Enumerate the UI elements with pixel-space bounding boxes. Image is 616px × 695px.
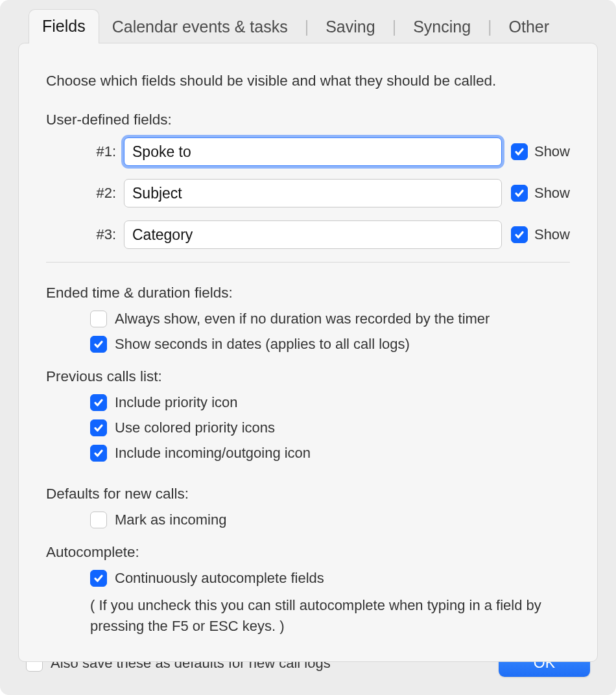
- user-field-input-1[interactable]: [124, 137, 502, 166]
- user-fields-label: User-defined fields:: [46, 112, 570, 128]
- preferences-window: Fields Calendar events & tasks | Saving …: [0, 0, 616, 695]
- show-label: Show: [534, 143, 570, 160]
- user-field-input-2[interactable]: [124, 179, 502, 207]
- include-priority-icon-checkbox[interactable]: [90, 394, 107, 411]
- tab-separator: |: [388, 10, 401, 43]
- mark-as-incoming-checkbox[interactable]: [90, 512, 107, 528]
- defaults-new-calls-options: Mark as incoming: [46, 512, 570, 528]
- always-show-label: Always show, even if no duration was rec…: [115, 311, 490, 327]
- previous-calls-label: Previous calls list:: [46, 368, 570, 385]
- mark-as-incoming-label: Mark as incoming: [115, 512, 226, 528]
- user-field-row-1: #1: Show: [46, 137, 570, 166]
- tab-separator: |: [301, 10, 313, 43]
- ended-time-options: Always show, even if no duration was rec…: [46, 311, 570, 353]
- field-number-label: #3:: [46, 226, 124, 243]
- user-field-row-3: #3: Show: [46, 220, 570, 249]
- autocomplete-label: Autocomplete:: [46, 544, 570, 561]
- ended-time-label: Ended time & duration fields:: [46, 285, 570, 301]
- show-label: Show: [534, 185, 570, 202]
- defaults-new-calls-label: Defaults for new calls:: [46, 486, 570, 502]
- show-checkbox-2[interactable]: [511, 185, 528, 202]
- field-number-label: #1:: [46, 143, 124, 160]
- tab-syncing[interactable]: Syncing: [400, 10, 484, 43]
- show-seconds-checkbox[interactable]: [90, 336, 107, 353]
- use-colored-priority-icons-label: Use colored priority icons: [115, 419, 275, 436]
- tab-bar: Fields Calendar events & tasks | Saving …: [9, 9, 607, 43]
- user-field-input-3[interactable]: [124, 220, 502, 249]
- use-colored-priority-icons-checkbox[interactable]: [90, 419, 107, 436]
- always-show-checkbox[interactable]: [90, 311, 107, 327]
- user-field-row-2: #2: Show: [46, 179, 570, 207]
- tab-saving[interactable]: Saving: [313, 10, 388, 43]
- show-checkbox-1[interactable]: [511, 143, 528, 160]
- previous-calls-options: Include priority icon Use colored priori…: [46, 394, 570, 470]
- tab-pane-fields: Choose which fields should be visible an…: [18, 43, 598, 662]
- show-label: Show: [534, 226, 570, 243]
- include-incoming-outgoing-icon-label: Include incoming/outgoing icon: [115, 445, 311, 462]
- autocomplete-note: ( If you uncheck this you can still auto…: [46, 595, 570, 637]
- tabs-wrapper: Fields Calendar events & tasks | Saving …: [9, 9, 607, 662]
- show-checkbox-3[interactable]: [511, 226, 528, 243]
- include-incoming-outgoing-icon-checkbox[interactable]: [90, 445, 107, 462]
- show-seconds-label: Show seconds in dates (applies to all ca…: [115, 336, 410, 353]
- tab-calendar-events-tasks[interactable]: Calendar events & tasks: [99, 10, 301, 43]
- tab-separator: |: [484, 10, 496, 43]
- continuously-autocomplete-checkbox[interactable]: [90, 570, 107, 587]
- tab-fields[interactable]: Fields: [29, 9, 99, 43]
- tab-other[interactable]: Other: [496, 10, 563, 43]
- include-priority-icon-label: Include priority icon: [115, 394, 238, 411]
- intro-text: Choose which fields should be visible an…: [46, 73, 570, 89]
- continuously-autocomplete-label: Continuously autocomplete fields: [115, 570, 324, 587]
- autocomplete-options: Continuously autocomplete fields: [46, 570, 570, 587]
- field-number-label: #2:: [46, 185, 124, 202]
- section-divider: [46, 262, 570, 263]
